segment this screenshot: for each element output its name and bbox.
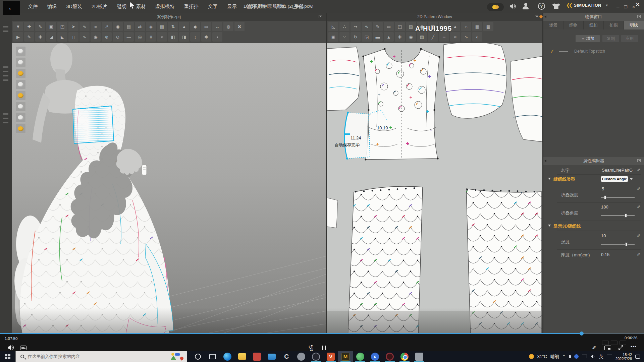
tool-icon[interactable]: ▦ xyxy=(157,22,167,31)
app-minimize-button[interactable]: ─ xyxy=(616,5,620,9)
tray-moon-icon[interactable] xyxy=(574,354,579,359)
taskbar-app-chrome[interactable] xyxy=(397,351,412,362)
simulation-toggle[interactable]: ❮❮ SIMULATION ▼ xyxy=(566,3,608,8)
tool-icon[interactable]: ◆ xyxy=(190,22,200,31)
player-fullscreen-icon[interactable] xyxy=(618,345,624,351)
tool-icon[interactable]: ⇅ xyxy=(168,22,178,31)
viewport-2d-pattern[interactable]: 10.19 11.24 自动保存完毕 xyxy=(327,43,542,338)
tray-temperature[interactable]: 31°C xyxy=(537,354,547,359)
tool-icon[interactable]: ◐ xyxy=(472,32,482,42)
tool-icon[interactable]: ✎ xyxy=(24,32,34,42)
checkmark-icon[interactable]: ✓ xyxy=(550,48,554,54)
tool-icon[interactable]: ∴ xyxy=(339,22,350,31)
menu-文字[interactable]: 文字 xyxy=(203,0,222,13)
tool-icon[interactable]: ◉ xyxy=(406,32,416,42)
taskbar-app-file-explorer[interactable] xyxy=(235,351,250,362)
tool-icon[interactable]: ▭ xyxy=(201,22,211,31)
taskbar-app-gray-app[interactable] xyxy=(412,351,427,362)
taskbar-app-green-app[interactable] xyxy=(353,351,368,362)
progress-knob[interactable] xyxy=(580,331,584,336)
object-tab-纽扣[interactable]: 纽扣 xyxy=(584,21,604,29)
tool-icon[interactable]: ▦ xyxy=(472,22,482,31)
tool-icon[interactable]: ➤ xyxy=(68,22,78,31)
tool-icon[interactable]: ┅ xyxy=(439,32,449,42)
help-icon[interactable]: ? xyxy=(538,3,545,10)
speaker-icon[interactable] xyxy=(509,3,517,9)
tool-icon[interactable]: ◣ xyxy=(57,32,67,42)
edit-strength-icon[interactable]: ✎ xyxy=(636,234,641,237)
tool-icon[interactable]: ╱ xyxy=(428,32,438,42)
tool-icon[interactable]: ▣ xyxy=(46,22,56,31)
edit-name-icon[interactable]: ✎ xyxy=(636,168,641,172)
tray-clock[interactable]: 15:42 2022/7/28 xyxy=(615,353,632,361)
taskbar-app-blue-app[interactable]: c xyxy=(368,351,382,362)
menu-缝纫[interactable]: 缝纫 xyxy=(112,0,131,13)
tool-icon[interactable]: ◉ xyxy=(113,22,123,31)
tool-icon[interactable]: ✚ xyxy=(35,32,45,42)
app-restore-button[interactable]: ❐ xyxy=(624,5,628,9)
taskbar-app-mail[interactable] xyxy=(264,351,279,362)
taskbar-app-task-view[interactable] xyxy=(205,351,220,362)
tool-icon[interactable]: ◨ xyxy=(179,32,189,42)
tool-icon[interactable]: ▪ xyxy=(212,32,222,42)
taskbar-app-obs[interactable] xyxy=(309,351,323,362)
side-tool-garment[interactable] xyxy=(16,57,26,67)
taskbar-search[interactable] xyxy=(15,351,187,362)
side-tool-folder[interactable] xyxy=(16,90,26,101)
edit-fold-strength-icon[interactable]: ✎ xyxy=(636,187,641,190)
topstitch-list-item[interactable]: ✓ Default Topstitch xyxy=(543,48,644,56)
tool-icon[interactable]: ∵ xyxy=(339,32,350,42)
player-captions-icon[interactable] xyxy=(20,346,26,350)
object-tab-场景[interactable]: 场景 xyxy=(543,21,564,29)
player-minimize-button[interactable]: ─ xyxy=(622,0,625,5)
player-close-button[interactable]: ✕ xyxy=(635,1,640,8)
side-tool-sphere[interactable] xyxy=(16,124,26,134)
tray-mic-icon[interactable] xyxy=(569,355,571,358)
taskbar-app-cortana[interactable] xyxy=(191,351,205,362)
tool-icon[interactable]: ✚ xyxy=(395,32,405,42)
tray-keyboard-icon[interactable] xyxy=(607,355,612,358)
tool-icon[interactable]: ∿ xyxy=(461,32,471,42)
menu-编辑[interactable]: 编辑 xyxy=(42,0,61,13)
tool-icon[interactable]: ✎ xyxy=(35,22,45,31)
tool-icon[interactable]: ▬ xyxy=(373,32,383,42)
tool-icon[interactable]: ✚ xyxy=(24,22,34,31)
search-weather-icon[interactable] xyxy=(171,353,184,360)
property-editor-expand-icon[interactable] xyxy=(637,159,641,162)
side-tool-figure[interactable] xyxy=(16,113,26,123)
tool-icon[interactable]: ◧ xyxy=(168,32,178,42)
pause-button[interactable] xyxy=(322,346,326,350)
tool-icon[interactable]: — xyxy=(124,32,134,42)
collapse-show3d-icon[interactable] xyxy=(548,225,551,227)
video-progress-bar[interactable] xyxy=(0,333,644,334)
collapse-arrow-icon[interactable] xyxy=(544,15,546,18)
tool-icon[interactable]: ✖ xyxy=(234,22,245,31)
tool-icon[interactable]: ▨ xyxy=(406,22,416,31)
tool-icon[interactable]: ▲ xyxy=(179,22,189,31)
tool-icon[interactable]: ◍ xyxy=(223,22,233,31)
object-tab-织物[interactable]: 织物 xyxy=(564,21,584,29)
copy-button[interactable]: 复制 xyxy=(602,35,619,42)
side-tool-camera[interactable] xyxy=(16,102,26,112)
object-window-expand-icon[interactable] xyxy=(637,15,641,18)
side-tool-wreath[interactable] xyxy=(16,68,26,78)
taskbar-app-recorder[interactable] xyxy=(382,351,397,362)
tool-icon[interactable]: ✱ xyxy=(201,32,211,42)
tool-icon[interactable]: ∿ xyxy=(362,22,372,31)
tool-icon[interactable]: ▤ xyxy=(124,22,134,31)
tool-icon[interactable]: ▲ xyxy=(384,32,394,42)
menu-文件[interactable]: 文件 xyxy=(23,0,42,13)
tray-network-icon[interactable] xyxy=(582,355,587,358)
menu-显示[interactable]: 显示 xyxy=(222,0,241,13)
taskbar-app-v-app[interactable]: V xyxy=(323,351,338,362)
tab-3d-project[interactable]: 案例制作.zprj xyxy=(154,14,184,20)
tool-icon[interactable]: ↔ xyxy=(212,22,222,31)
pane3d-expand-icon[interactable] xyxy=(319,15,322,18)
tool-icon[interactable]: # xyxy=(146,32,156,42)
tool-icon[interactable]: ≈ xyxy=(450,32,460,42)
search-input[interactable] xyxy=(28,354,155,359)
tool-icon[interactable]: ∿ xyxy=(79,22,90,31)
garment-icon[interactable] xyxy=(552,3,560,9)
side-tool-pan-hand[interactable] xyxy=(16,46,26,56)
tool-icon[interactable]: ↻ xyxy=(351,32,361,42)
